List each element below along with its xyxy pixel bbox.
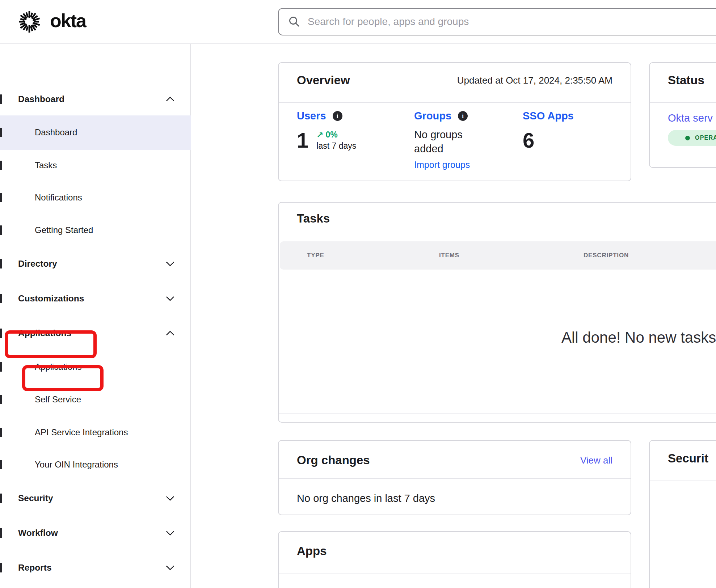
org-changes-card: Org changes View all No org changes in l… — [278, 440, 631, 515]
status-card: Status Okta serv OPERA — [649, 62, 716, 168]
sso-apps-link[interactable]: SSO Apps — [523, 110, 574, 122]
sidebar-item-directory-section[interactable]: Directory — [0, 251, 191, 276]
groups-empty-text: No groups added — [414, 128, 479, 156]
top-header: okta — [0, 0, 716, 44]
users-link[interactable]: Users — [297, 110, 326, 122]
search-icon — [288, 16, 300, 28]
chevron-down-icon — [166, 258, 174, 267]
global-search[interactable] — [278, 8, 716, 35]
security-card: Securit — [649, 440, 716, 588]
apps-divider — [279, 574, 631, 574]
info-icon[interactable]: i — [458, 111, 468, 121]
apps-title: Apps — [297, 544, 327, 558]
status-title: Status — [668, 73, 704, 87]
sidebar-item-customizations-section[interactable]: Customizations — [0, 286, 191, 311]
import-groups-link[interactable]: Import groups — [414, 160, 479, 170]
tasks-title: Tasks — [297, 212, 330, 225]
security-card-title: Securit — [668, 452, 708, 465]
sidebar-nav: DashboardDashboardTasksNotificationsGett… — [0, 44, 191, 588]
tasks-column-description: DESCRIPTION — [584, 252, 629, 259]
sidebar-item-your-oin-integrations[interactable]: Your OIN Integrations — [0, 452, 191, 477]
search-input[interactable] — [308, 16, 716, 28]
sidebar-item-label: Tasks — [35, 160, 57, 170]
info-icon[interactable]: i — [333, 111, 342, 121]
org-changes-divider — [279, 478, 631, 479]
sidebar-item-label: Dashboard — [35, 127, 77, 138]
chevron-up-icon — [166, 97, 174, 105]
users-trend-percent: 0% — [326, 130, 338, 140]
sso-apps-stat: SSO Apps 6 — [523, 110, 574, 151]
view-all-link[interactable]: View all — [580, 455, 612, 466]
overview-card: Overview Updated at Oct 17, 2024, 2:35:5… — [278, 62, 631, 181]
org-changes-empty-message: No org changes in last 7 days — [297, 492, 435, 504]
org-changes-title: Org changes — [297, 453, 370, 467]
chevron-up-icon — [166, 331, 174, 339]
tasks-column-type: TYPE — [307, 252, 324, 259]
tasks-column-items: ITEMS — [439, 252, 459, 259]
status-dot-icon — [685, 136, 690, 140]
status-divider — [650, 102, 716, 103]
annotation-box-applications-section — [5, 330, 97, 358]
sidebar-item-label: Security — [18, 493, 53, 503]
sidebar-item-label: API Service Integrations — [35, 427, 128, 437]
users-stat: Users i 1 ↗ 0% last 7 days — [297, 110, 356, 151]
chevron-down-icon — [166, 562, 174, 571]
groups-link[interactable]: Groups — [414, 110, 451, 122]
chevron-down-icon — [166, 293, 174, 301]
sidebar-item-label: Dashboard — [18, 94, 64, 104]
sidebar-item-label: Self Service — [35, 394, 81, 405]
okta-logo[interactable]: okta — [18, 0, 86, 43]
sidebar-item-workflow-section[interactable]: Workflow — [0, 520, 191, 546]
sidebar-item-label: Directory — [18, 259, 57, 269]
status-badge: OPERA — [668, 130, 716, 146]
security-divider — [650, 481, 716, 481]
sidebar-item-tasks[interactable]: Tasks — [0, 153, 191, 178]
sidebar-item-label: Reports — [18, 563, 52, 573]
sidebar-item-notifications[interactable]: Notifications — [0, 185, 191, 210]
sidebar-item-label: Your OIN Integrations — [35, 460, 118, 470]
users-count: 1 — [297, 130, 308, 151]
apps-card: Apps — [278, 531, 631, 588]
overview-title: Overview — [297, 73, 350, 87]
sidebar-item-getting-started[interactable]: Getting Started — [0, 217, 191, 243]
tasks-footer-divider — [279, 413, 716, 414]
sidebar-item-security-section[interactable]: Security — [0, 486, 191, 511]
overview-divider — [279, 102, 631, 103]
sidebar-item-label: Notifications — [35, 193, 82, 203]
sidebar-item-label: Workflow — [18, 528, 58, 538]
groups-stat: Groups i No groups added Import groups — [414, 110, 479, 170]
tasks-card: Tasks TYPEITEMSDESCRIPTION All done! No … — [278, 202, 716, 423]
sidebar-item-api-service-integrations[interactable]: API Service Integrations — [0, 420, 191, 445]
sidebar-item-dashboard[interactable]: Dashboard — [0, 120, 191, 145]
sidebar-item-dashboard-section[interactable]: Dashboard — [0, 86, 191, 112]
chevron-down-icon — [166, 528, 174, 536]
okta-wordmark: okta — [50, 11, 86, 32]
users-trend-period: last 7 days — [316, 141, 356, 151]
trend-up-icon: ↗ — [316, 130, 323, 140]
sidebar-item-label: Getting Started — [35, 225, 93, 235]
okta-service-link[interactable]: Okta serv — [668, 112, 713, 124]
chevron-down-icon — [166, 493, 174, 501]
okta-admin-dashboard: okta DashboardDashboardTasksNotification… — [0, 0, 716, 588]
okta-sunburst-icon — [18, 10, 41, 33]
tasks-table-header: TYPEITEMSDESCRIPTION — [280, 241, 716, 270]
annotation-box-applications-item — [22, 365, 104, 391]
sso-apps-count: 6 — [523, 130, 534, 151]
sidebar-item-label: Customizations — [18, 293, 84, 304]
status-badge-label: OPERA — [695, 135, 716, 141]
overview-updated-timestamp: Updated at Oct 17, 2024, 2:35:50 AM — [457, 75, 612, 86]
sidebar-item-reports-section[interactable]: Reports — [0, 555, 191, 580]
tasks-empty-message: All done! No new tasks — [561, 329, 716, 346]
